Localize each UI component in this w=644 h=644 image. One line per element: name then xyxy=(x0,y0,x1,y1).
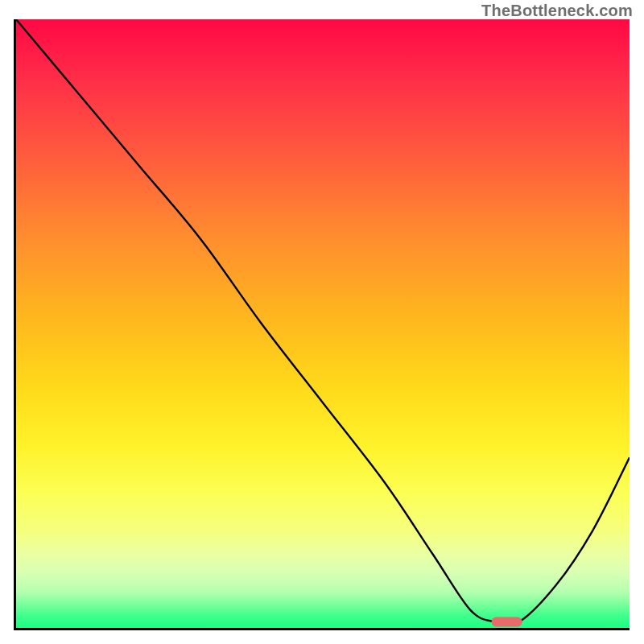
bottleneck-chart: TheBottleneck.com xyxy=(0,0,644,644)
plot-area xyxy=(14,19,630,630)
bottleneck-curve xyxy=(16,19,630,625)
watermark-text: TheBottleneck.com xyxy=(481,2,633,20)
curve-layer xyxy=(16,19,630,628)
optimal-range-marker xyxy=(492,617,522,626)
